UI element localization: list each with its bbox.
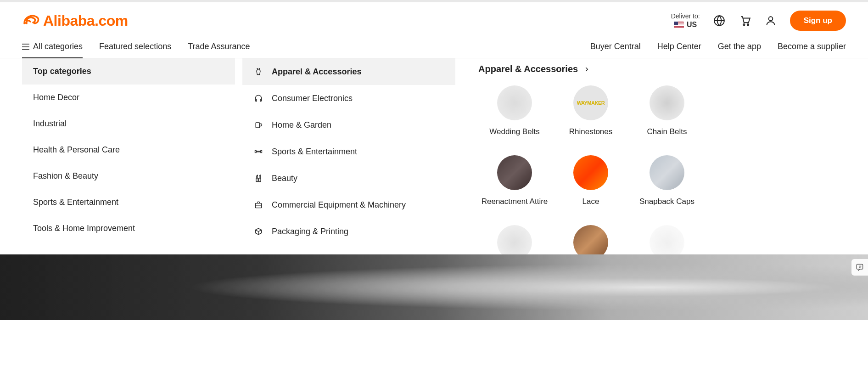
product-wedding-belts[interactable]: Wedding Belts [478,85,551,137]
product-label: Wedding Belts [489,127,539,137]
cat-top-categories[interactable]: Top categories [22,58,235,85]
cat-label: Tools & Home Improvement [33,224,135,233]
menu-icon [22,44,29,50]
svg-point-2 [747,24,749,25]
nav-become-supplier[interactable]: Become a supplier [778,35,846,58]
product-label: Rhinestones [569,127,613,137]
svg-point-3 [768,17,773,21]
hero-image [0,254,868,320]
nav-featured-selections[interactable]: Featured selections [99,35,171,58]
cat-label: Industrial [33,119,67,129]
product-thumb [650,155,684,190]
mug-icon [253,120,263,130]
header-right: Deliver to: US Sign up [671,11,846,31]
deliver-country: US [674,20,697,30]
product-partial-2[interactable] [554,225,627,254]
cat-industrial[interactable]: Industrial [22,111,235,137]
subcat-packaging-printing[interactable]: Packaging & Printing [242,218,455,245]
product-thumb [497,225,532,254]
mega-menu: Top categories Home Decor Industrial Hea… [0,58,868,254]
svg-rect-9 [259,178,261,182]
logo-text: Alibaba.com [43,12,128,29]
alibaba-mark-icon [22,14,40,27]
product-chain-belts[interactable]: Chain Belts [631,85,703,137]
product-label: Lace [582,197,599,207]
nav-bar: All categories Featured selections Trade… [0,35,868,58]
briefcase-icon [253,200,263,210]
deliver-to[interactable]: Deliver to: US [671,12,700,30]
subcat-sports-entertainment[interactable]: Sports & Entertainment [242,138,455,165]
subcat-beauty[interactable]: Beauty [242,165,455,192]
product-partial-1[interactable] [478,225,551,254]
category-column-3[interactable]: Apparel & Accessories Wedding Belts WAYM… [455,58,868,254]
product-grid: Wedding Belts WAYMAKER Rhinestones Chain… [478,85,862,254]
chevron-right-icon [583,66,590,73]
product-thumb [650,85,684,120]
feedback-icon [855,263,864,272]
nav-label: Get the app [718,42,761,51]
logo[interactable]: Alibaba.com [22,12,128,29]
svg-rect-11 [857,264,862,269]
cat-health-personal-care[interactable]: Health & Personal Care [22,137,235,163]
nav-all-categories[interactable]: All categories [22,35,83,58]
product-label: Snapback Caps [639,197,694,207]
product-label: Chain Belts [647,127,687,137]
subcat-commercial-equipment[interactable]: Commercial Equipment & Machinery [242,192,455,218]
cat-label: Home Decor [33,93,79,102]
user-icon[interactable] [764,14,777,27]
product-rhinestones[interactable]: WAYMAKER Rhinestones [554,85,627,137]
nav-label: Trade Assurance [188,42,250,51]
cat-label: Sports & Entertainment [272,147,357,157]
cat-label: Packaging & Printing [272,227,348,237]
category-column-2[interactable]: Apparel & Accessories Consumer Electroni… [242,58,455,254]
nav-help-center[interactable]: Help Center [657,35,701,58]
subcat-consumer-electronics[interactable]: Consumer Electronics [242,85,455,112]
product-partial-3[interactable] [631,225,703,254]
cat-label: Health & Personal Care [33,145,120,155]
product-reenactment-attire[interactable]: Reenactment Attire [478,155,551,207]
product-thumb [497,155,532,190]
nav-label: Buyer Central [590,42,641,51]
dress-icon [253,67,263,77]
col3-title: Apparel & Accessories [478,64,578,74]
feedback-button[interactable] [851,259,868,276]
nav-right: Buyer Central Help Center Get the app Be… [590,35,846,58]
subcat-home-garden[interactable]: Home & Garden [242,112,455,138]
cat-sports-entertainment[interactable]: Sports & Entertainment [22,189,235,215]
cat-fashion-beauty[interactable]: Fashion & Beauty [22,163,235,189]
nav-left: All categories Featured selections Trade… [22,35,250,58]
product-label: Reenactment Attire [482,197,548,207]
us-flag-icon [674,22,684,28]
cat-tools-home-improvement[interactable]: Tools & Home Improvement [22,215,235,242]
cat-label: Sports & Entertainment [33,197,118,207]
svg-rect-7 [256,151,261,152]
cat-home-decor[interactable]: Home Decor [22,85,235,111]
deliver-to-label: Deliver to: [671,12,700,20]
nav-label: Help Center [657,42,701,51]
nav-get-app[interactable]: Get the app [718,35,761,58]
product-lace[interactable]: Lace [554,155,627,207]
cart-icon[interactable] [739,14,751,27]
nav-buyer-central[interactable]: Buyer Central [590,35,641,58]
cat-label: Consumer Electronics [272,94,353,103]
language-globe-icon[interactable] [713,14,726,27]
product-thumb: WAYMAKER [573,85,608,120]
box-icon [253,226,263,237]
cat-label: Beauty [272,174,297,183]
svg-rect-8 [256,178,258,182]
subcat-apparel-accessories[interactable]: Apparel & Accessories [242,58,455,85]
svg-rect-10 [255,203,261,208]
product-thumb [573,155,608,190]
product-snapback-caps[interactable]: Snapback Caps [631,155,703,207]
col3-header[interactable]: Apparel & Accessories [478,64,862,74]
nav-trade-assurance[interactable]: Trade Assurance [188,35,250,58]
sign-up-button[interactable]: Sign up [790,11,846,31]
cat-label: Home & Garden [272,120,331,130]
hero-banner [0,254,868,320]
cat-label: Fashion & Beauty [33,171,98,181]
headphones-icon [253,93,263,103]
thumb-inner-text: WAYMAKER [577,100,605,106]
category-column-1[interactable]: Top categories Home Decor Industrial Hea… [22,58,235,254]
cat-label: Apparel & Accessories [272,67,361,77]
nav-label: Become a supplier [778,42,846,51]
